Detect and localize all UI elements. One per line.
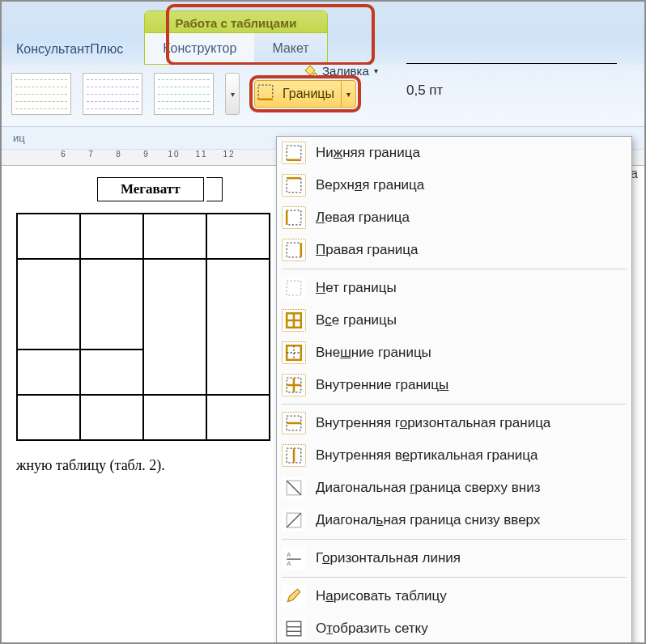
ribbon-tabbar: КонсультантПлюс Работа с таблицами Конст…	[2, 2, 644, 65]
chevron-down-icon: ▾	[374, 66, 378, 75]
menu-separator	[282, 539, 627, 540]
svg-rect-11	[287, 281, 301, 295]
gallery-scroll-button[interactable]: ▾	[225, 73, 240, 115]
svg-point-2	[313, 73, 317, 76]
borders-label: Границы	[276, 87, 341, 101]
borders-icon	[255, 83, 276, 104]
tab-constructor[interactable]: Конструктор	[145, 32, 254, 64]
border-inner-v-icon	[282, 444, 306, 467]
table-style-thumb[interactable]	[11, 73, 71, 115]
svg-rect-32	[287, 621, 301, 636]
menu-border-all[interactable]: Все границы	[277, 304, 631, 337]
diag-down-icon	[282, 477, 306, 499]
menu-diag-down[interactable]: Диагональная граница сверху вниз	[277, 472, 631, 504]
menu-border-inner[interactable]: Внутренние границы	[277, 369, 631, 401]
menu-border-none[interactable]: Нет границы	[277, 272, 631, 304]
svg-line-28	[287, 513, 301, 527]
border-bottom-icon	[282, 142, 306, 164]
diag-up-icon	[282, 509, 306, 532]
table-style-thumb[interactable]	[154, 73, 214, 115]
table-header-cell[interactable]: Мегаватт	[97, 177, 204, 201]
svg-rect-3	[287, 146, 301, 160]
menu-separator	[282, 577, 627, 578]
svg-rect-7	[287, 210, 301, 225]
border-all-icon	[282, 309, 306, 332]
grid-icon	[282, 617, 306, 640]
pencil-icon	[282, 585, 306, 608]
bucket-icon	[303, 63, 317, 78]
menu-border-outer[interactable]: Внешние границы	[277, 337, 631, 369]
menu-border-right[interactable]: Правая граница	[277, 234, 631, 266]
menu-border-top[interactable]: Верхняя граница	[277, 169, 631, 201]
border-outer-icon	[282, 341, 306, 364]
svg-rect-5	[287, 178, 301, 193]
svg-line-26	[287, 481, 301, 495]
fill-label: Заливка	[322, 64, 369, 78]
table-header-cell[interactable]	[206, 177, 223, 201]
borders-split-button[interactable]: Границы ▾	[254, 80, 356, 108]
borders-dropdown-menu: Нижняя граница Верхняя граница Левая гра…	[276, 136, 632, 644]
menu-separator	[282, 404, 627, 405]
svg-rect-0	[258, 85, 273, 100]
table-style-thumb[interactable]	[83, 73, 142, 115]
menu-h-line[interactable]: AA Горизонтальная линия	[277, 542, 631, 574]
border-inner-icon	[282, 374, 306, 396]
menu-border-left[interactable]: Левая граница	[277, 201, 631, 234]
border-none-icon	[282, 277, 306, 299]
table-tools-title: Работа с таблицами	[145, 11, 327, 32]
border-weight-label[interactable]: 0,5 пт	[406, 83, 443, 99]
menu-draw-table[interactable]: Нарисовать таблицу	[277, 580, 631, 612]
menu-separator	[282, 269, 627, 269]
border-top-icon	[282, 174, 306, 197]
table-tools-group: Работа с таблицами Конструктор Макет	[144, 11, 328, 65]
annotation-borders-highlight: Границы ▾	[249, 75, 361, 112]
border-weight-preview[interactable]	[406, 63, 617, 64]
styles-gallery-row: ▾ Границы ▾ Заливка ▾ 0,5 пт	[2, 65, 644, 127]
borders-dropdown-arrow[interactable]: ▾	[341, 81, 355, 107]
menu-border-bottom[interactable]: Нижняя граница	[277, 137, 631, 169]
menu-border-inner-v[interactable]: Внутренняя вертикальная граница	[277, 439, 631, 472]
svg-text:A: A	[287, 560, 291, 567]
hline-icon: AA	[282, 547, 306, 570]
border-left-icon	[282, 206, 306, 229]
menu-border-inner-h[interactable]: Внутренняя горизонтальная граница	[277, 407, 631, 439]
border-right-icon	[282, 239, 306, 261]
document-table[interactable]	[16, 213, 270, 441]
tab-layout[interactable]: Макет	[254, 32, 326, 64]
svg-text:A: A	[287, 551, 291, 558]
tab-consultant[interactable]: КонсультантПлюс	[2, 32, 138, 65]
svg-rect-9	[287, 243, 301, 257]
menu-diag-up[interactable]: Диагональная граница снизу вверх	[277, 504, 631, 536]
menu-show-grid[interactable]: Отобразить сетку	[277, 612, 631, 644]
fill-button[interactable]: Заливка ▾	[303, 63, 378, 78]
border-inner-h-icon	[282, 412, 306, 434]
